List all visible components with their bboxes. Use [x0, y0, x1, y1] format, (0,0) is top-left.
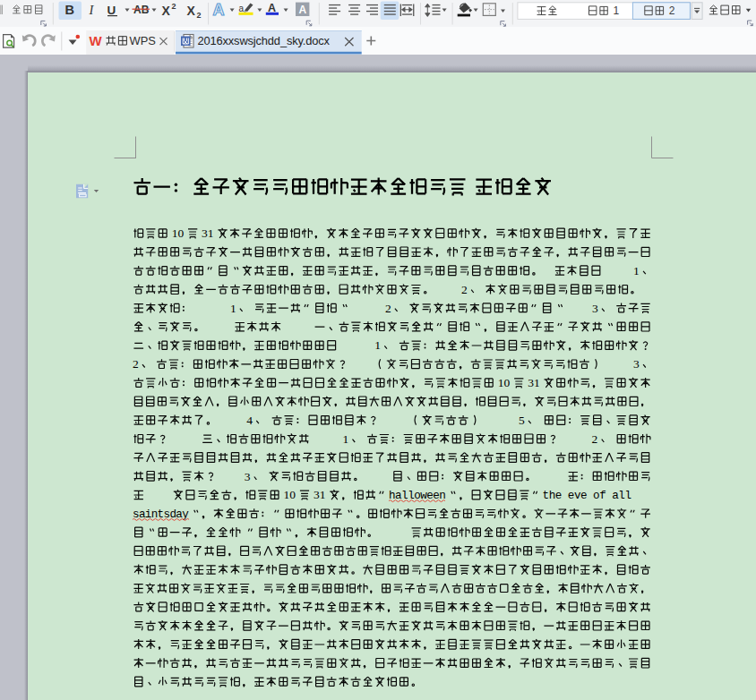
svg-text:2: 2: [197, 11, 202, 20]
svg-text:1: 1: [230, 302, 236, 315]
svg-text:2: 2: [172, 2, 176, 11]
svg-text:2: 2: [461, 283, 468, 296]
svg-text:WPS: WPS: [130, 34, 156, 47]
svg-text:2: 2: [669, 4, 675, 17]
svg-text:1: 1: [374, 338, 381, 352]
svg-text:the eve of all: the eve of all: [543, 490, 631, 502]
svg-text:a: a: [239, 4, 245, 13]
svg-text:3: 3: [633, 357, 640, 371]
svg-text:2: 2: [592, 432, 598, 446]
svg-text:10: 10: [172, 226, 185, 240]
svg-text:W: W: [90, 33, 103, 48]
svg-text:B: B: [65, 3, 74, 17]
svg-text:3: 3: [245, 470, 251, 483]
svg-text:A: A: [213, 1, 225, 19]
svg-text:31: 31: [202, 226, 214, 240]
svg-text:X: X: [162, 4, 171, 18]
svg-text:4: 4: [246, 414, 253, 427]
svg-text:A: A: [298, 4, 306, 16]
svg-text:3: 3: [592, 302, 598, 315]
svg-text:A: A: [268, 2, 276, 14]
svg-text:2: 2: [385, 302, 391, 315]
svg-text:1: 1: [633, 264, 640, 277]
svg-text:2: 2: [133, 357, 139, 371]
svg-text:10: 10: [498, 376, 511, 389]
svg-text:X: X: [187, 4, 196, 18]
svg-text:10: 10: [284, 488, 296, 501]
svg-text:2016xxswsjchdd_sky.docx: 2016xxswsjchdd_sky.docx: [198, 34, 331, 47]
svg-text:1: 1: [343, 432, 349, 446]
svg-text:31: 31: [314, 488, 326, 501]
svg-text:31: 31: [528, 376, 540, 389]
svg-text:1: 1: [614, 4, 620, 17]
svg-text:5: 5: [519, 414, 525, 427]
svg-text:U: U: [107, 4, 116, 17]
